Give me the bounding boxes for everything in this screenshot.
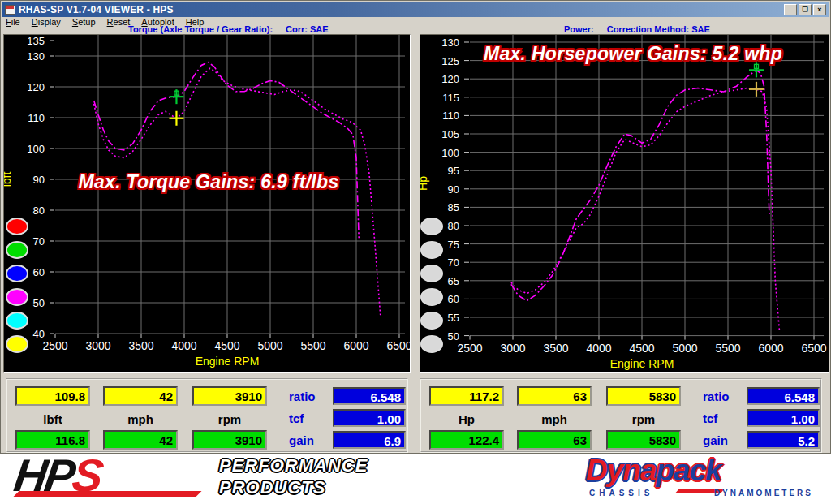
- torque-chart-header: Torque (Axle Torque / Gear Ratio):Corr: …: [128, 24, 329, 34]
- ytick-label: 40: [17, 328, 45, 340]
- xtick-label: 6000: [343, 339, 368, 352]
- torque-chart-panel: 1351301201101009080706050402500300035004…: [3, 34, 411, 373]
- right-run2-mph-value: 63: [517, 430, 592, 450]
- hps-wordmark: HPS: [11, 449, 104, 502]
- right-unit-label-hp: Hp: [459, 412, 475, 426]
- ytick-label: 70: [17, 235, 45, 248]
- ytick-label: 135: [17, 35, 45, 47]
- left-run1-lbft-value: 109.8: [15, 386, 90, 406]
- xtick-label: 4000: [171, 339, 196, 352]
- right-ratio-value: 6.548: [747, 387, 820, 405]
- power-gains-annotation: Max. Horsepower Gains: 5.2 whp: [484, 43, 782, 65]
- ytick-label: 130: [432, 37, 459, 49]
- ytick-label: 75: [432, 238, 459, 250]
- left-unit-label-lbft: lbft: [43, 412, 62, 426]
- ytick-label: 120: [17, 81, 45, 93]
- power-chart-header: Power:Correction Method: SAE: [564, 24, 710, 34]
- xtick-label: 5500: [715, 342, 740, 355]
- window-buttons: _ ❏ ×: [784, 4, 826, 15]
- left-run1-rpm-value: 3910: [192, 386, 267, 406]
- left-run2-mph-value: 42: [103, 430, 178, 450]
- close-button[interactable]: ×: [813, 4, 826, 15]
- ytick-label: 90: [17, 174, 45, 186]
- menu-item-display[interactable]: Display: [32, 17, 61, 27]
- ytick-label: 55: [432, 312, 459, 324]
- ytick-label: 130: [17, 50, 45, 62]
- x-axis-unit-label: Engine RPM: [196, 355, 260, 368]
- ytick-label: 60: [17, 266, 45, 278]
- xtick-label: 6500: [386, 339, 411, 352]
- ytick-label: 95: [432, 165, 459, 177]
- hps-logo: HPS PERFORMANCE PRODUCTS: [15, 454, 388, 504]
- menu-item-reset[interactable]: Reset: [107, 17, 131, 27]
- menu-item-file[interactable]: File: [6, 17, 20, 27]
- ytick-label: 100: [17, 143, 45, 155]
- ytick-label: 125: [432, 54, 459, 67]
- xtick-label: 3500: [128, 339, 153, 352]
- minimize-button[interactable]: _: [784, 4, 797, 15]
- titlebar[interactable]: RHAS-SP V1.7-04 VIEWER - HPS _ ❏ ×: [2, 2, 829, 17]
- ytick-label: 70: [432, 256, 459, 269]
- xtick-label: 2500: [42, 339, 67, 352]
- right-gain-value: 5.2: [747, 431, 820, 449]
- right-run1-rpm-value: 5830: [606, 386, 681, 406]
- right-gain-label: gain: [703, 433, 728, 447]
- ytick-label: 110: [17, 112, 45, 124]
- chart-header-strip: Torque (Axle Torque / Gear Ratio):Corr: …: [2, 27, 829, 34]
- x-axis-unit-label: Engine RPM: [610, 357, 674, 370]
- left-unit-label-rpm: rpm: [218, 412, 241, 426]
- right-run1-hp-value: 117.2: [429, 386, 504, 406]
- xtick-label: 3000: [500, 342, 525, 355]
- hps-tagline: PERFORMANCE PRODUCTS: [219, 454, 368, 498]
- xtick-label: 2500: [457, 342, 482, 355]
- dynapack-wordmark: Dynapack: [586, 454, 721, 488]
- trace-button-1[interactable]: [6, 218, 28, 235]
- ytick-label: 85: [432, 201, 459, 213]
- xtick-label: 6000: [758, 342, 783, 355]
- right-ratio-label: ratio: [703, 390, 730, 403]
- right-run1-mph-value: 63: [517, 386, 592, 406]
- left-run1-mph-value: 42: [103, 386, 178, 406]
- ytick-label: 120: [432, 73, 459, 85]
- ytick-label: 50: [17, 297, 45, 309]
- y-axis-unit-label: lbft: [3, 172, 13, 187]
- ytick-label: 105: [432, 128, 459, 140]
- torque-plot: [4, 35, 411, 373]
- ytick-label: 90: [432, 183, 459, 195]
- logo-strip: HPS PERFORMANCE PRODUCTS Dynapack CHASSI…: [0, 454, 831, 504]
- right-run2-hp-value: 122.4: [429, 430, 504, 450]
- xtick-label: 6500: [801, 342, 826, 355]
- power-plot: [420, 35, 829, 373]
- left-run2-lbft-value: 116.8: [15, 430, 90, 450]
- power-data-table: 117.2635830Hpmphrpm122.4635830ratio6.548…: [420, 378, 822, 453]
- left-run2-rpm-value: 3910: [192, 430, 267, 450]
- window-title: RHAS-SP V1.7-04 VIEWER - HPS: [19, 4, 784, 15]
- dynapack-subtitle: CHASSIS DYNAMOMETERS: [589, 489, 813, 498]
- ytick-label: 80: [432, 220, 459, 232]
- power-chart-panel: 1301251201151101051009590858075706560555…: [420, 34, 829, 373]
- left-ratio-value: 6.548: [333, 387, 406, 405]
- power-curve-run2-with-product: [511, 70, 769, 300]
- xtick-label: 5500: [300, 339, 325, 352]
- y-axis-unit-label: Hp: [420, 176, 429, 191]
- restore-button[interactable]: ❏: [799, 4, 812, 15]
- torque-data-table: 109.8423910lbftmphrpm116.8423910ratio6.5…: [6, 378, 408, 453]
- right-run2-rpm-value: 5830: [606, 430, 681, 450]
- right-tcf-value: 1.00: [747, 409, 820, 427]
- ytick-label: 115: [432, 91, 459, 103]
- left-unit-label-mph: mph: [127, 412, 153, 426]
- trace-button-5[interactable]: [6, 312, 28, 329]
- screenshot-root: RHAS-SP V1.7-04 VIEWER - HPS _ ❏ × FileD…: [0, 0, 831, 504]
- menu-item-setup[interactable]: Setup: [72, 17, 96, 27]
- left-tcf-value: 1.00: [333, 409, 406, 427]
- xtick-label: 3500: [543, 342, 568, 355]
- right-tcf-label: tcf: [703, 411, 717, 425]
- xtick-label: 3000: [85, 339, 110, 352]
- ytick-label: 110: [432, 110, 459, 122]
- xtick-label: 4500: [214, 339, 239, 352]
- left-gain-value: 6.9: [333, 431, 406, 449]
- xtick-label: 4500: [629, 342, 654, 355]
- right-unit-label-mph: mph: [541, 412, 567, 426]
- app-window: RHAS-SP V1.7-04 VIEWER - HPS _ ❏ × FileD…: [0, 0, 831, 454]
- ytick-label: 60: [432, 293, 459, 305]
